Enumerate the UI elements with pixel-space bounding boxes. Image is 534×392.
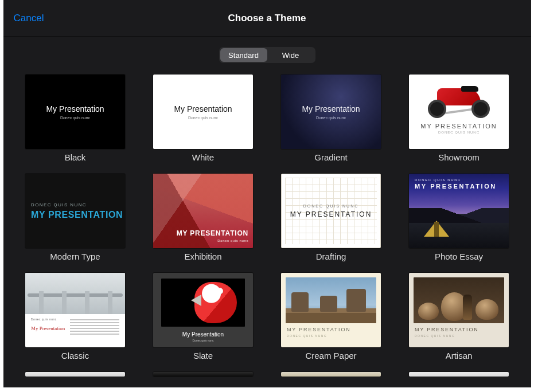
- thumb-subtitle: DONEC QUIS NUNC: [438, 131, 480, 134]
- thumb-title: MY PRESENTATION: [290, 210, 372, 218]
- theme-exhibition[interactable]: MY PRESENTATION Donec quis nunc Exhibiti…: [153, 174, 253, 261]
- theme-next-row-peek[interactable]: [153, 372, 253, 377]
- theme-thumbnail: [25, 372, 125, 377]
- theme-label: Artisan: [446, 351, 473, 360]
- theme-thumbnail: My Presentation Donec quis nunc: [153, 273, 253, 347]
- thumb-title: My Presentation: [302, 104, 360, 113]
- theme-thumbnail: MY PRESENTATION DONEC QUIS NUNC: [409, 75, 509, 149]
- theme-white[interactable]: My Presentation Donec quis nunc White: [153, 75, 253, 162]
- theme-label: Modern Type: [50, 252, 100, 261]
- theme-label: Drafting: [316, 252, 346, 261]
- theme-label: Black: [65, 152, 86, 162]
- theme-label: Cream Paper: [305, 351, 356, 360]
- theme-next-row-peek[interactable]: [409, 372, 509, 377]
- theme-thumbnail: DONEC QUIS NUNC MY PRESENTATION: [409, 174, 509, 248]
- theme-thumbnail: MY PRESENTATION DONEC QUIS NUNC: [409, 273, 509, 347]
- cancel-button[interactable]: Cancel: [14, 13, 44, 24]
- thumb-title: MY PRESENTATION: [415, 183, 497, 190]
- theme-thumbnail: My Presentation Donec quis nunc: [25, 75, 125, 149]
- thumb-title: MY PRESENTATION: [31, 210, 125, 220]
- theme-thumbnail: My Presentation Donec quis nunc: [281, 75, 381, 149]
- thumb-subtitle: Donec quis nunc: [60, 116, 90, 120]
- theme-drafting[interactable]: DONEC QUIS NUNC MY PRESENTATION Drafting: [281, 174, 381, 261]
- theme-classic[interactable]: Donec quis nunc My Presentation Classic: [25, 273, 125, 360]
- theme-modern-type[interactable]: DONEC QUIS NUNC MY PRESENTATION Modern T…: [25, 174, 125, 261]
- coastline-photo-icon: [286, 277, 376, 323]
- theme-photo-essay[interactable]: DONEC QUIS NUNC MY PRESENTATION Photo Es…: [409, 174, 509, 261]
- theme-label: Exhibition: [184, 252, 221, 261]
- thumb-title: MY PRESENTATION: [287, 327, 375, 332]
- theme-artisan[interactable]: MY PRESENTATION DONEC QUIS NUNC Artisan: [409, 273, 509, 360]
- thumb-subtitle: DONEC QUIS NUNC: [415, 178, 497, 182]
- theme-thumbnail: [153, 372, 253, 377]
- thumb-title: MY PRESENTATION: [177, 229, 248, 237]
- paragraph-placeholder: [70, 317, 119, 336]
- theme-label: Gradient: [314, 152, 348, 162]
- aspect-segmented-control[interactable]: Standard Wide: [219, 47, 315, 63]
- theme-label: White: [192, 152, 214, 162]
- header-bar: Cancel Choose a Theme: [3, 0, 531, 37]
- thumb-title: MY PRESENTATION: [415, 327, 503, 332]
- theme-chooser: Cancel Choose a Theme Standard Wide My P…: [3, 0, 531, 387]
- theme-label: Showroom: [438, 152, 480, 162]
- thumb-subtitle: DONEC QUIS NUNC: [303, 204, 359, 208]
- theme-thumbnail: MY PRESENTATION DONEC QUIS NUNC: [281, 273, 381, 347]
- thumb-title: My Presentation: [46, 104, 104, 113]
- thumb-title: My Presentation: [182, 331, 224, 338]
- theme-gradient[interactable]: My Presentation Donec quis nunc Gradient: [281, 75, 381, 162]
- segment-wide[interactable]: Wide: [267, 48, 314, 62]
- page-title: Choose a Theme: [228, 13, 306, 24]
- thumb-title: MY PRESENTATION: [420, 123, 497, 130]
- theme-next-row-peek[interactable]: [281, 372, 381, 377]
- thumb-subtitle: Donec quis nunc: [188, 116, 218, 120]
- theme-label: Classic: [61, 351, 89, 360]
- motorcycle-icon: [424, 83, 493, 118]
- thumb-subtitle: DONEC QUIS NUNC: [287, 334, 375, 338]
- theme-grid: My Presentation Donec quis nunc Black My…: [3, 75, 531, 382]
- theme-thumbnail: [409, 372, 509, 377]
- theme-next-row-peek[interactable]: [25, 372, 125, 377]
- theme-thumbnail: My Presentation Donec quis nunc: [153, 75, 253, 149]
- pottery-photo-icon: [414, 277, 504, 323]
- segment-standard[interactable]: Standard: [220, 48, 267, 62]
- bridge-photo-icon: [25, 273, 125, 314]
- thumb-subtitle: Donec quis nunc: [192, 339, 213, 342]
- theme-thumbnail: [281, 372, 381, 377]
- theme-thumbnail: MY PRESENTATION Donec quis nunc: [153, 174, 253, 248]
- theme-label: Slate: [193, 351, 213, 360]
- theme-cream-paper[interactable]: MY PRESENTATION DONEC QUIS NUNC Cream Pa…: [281, 273, 381, 360]
- thumb-subtitle: Donec quis nunc: [31, 317, 65, 321]
- thumb-subtitle: Donec quis nunc: [177, 239, 248, 242]
- theme-thumbnail: DONEC QUIS NUNC MY PRESENTATION: [25, 174, 125, 248]
- thumb-subtitle: DONEC QUIS NUNC: [31, 202, 125, 207]
- theme-black[interactable]: My Presentation Donec quis nunc Black: [25, 75, 125, 162]
- thumb-title: My Presentation: [31, 326, 65, 331]
- theme-thumbnail: DONEC QUIS NUNC MY PRESENTATION: [281, 174, 381, 248]
- theme-showroom[interactable]: MY PRESENTATION DONEC QUIS NUNC Showroom: [409, 75, 509, 162]
- thumb-subtitle: DONEC QUIS NUNC: [415, 334, 503, 338]
- theme-label: Photo Essay: [435, 252, 483, 261]
- theme-thumbnail: Donec quis nunc My Presentation: [25, 273, 125, 347]
- tent-icon: [424, 221, 449, 237]
- thumb-title: My Presentation: [174, 104, 232, 113]
- parrot-photo-icon: [161, 279, 245, 327]
- thumb-subtitle: Donec quis nunc: [316, 116, 346, 120]
- theme-slate[interactable]: My Presentation Donec quis nunc Slate: [153, 273, 253, 360]
